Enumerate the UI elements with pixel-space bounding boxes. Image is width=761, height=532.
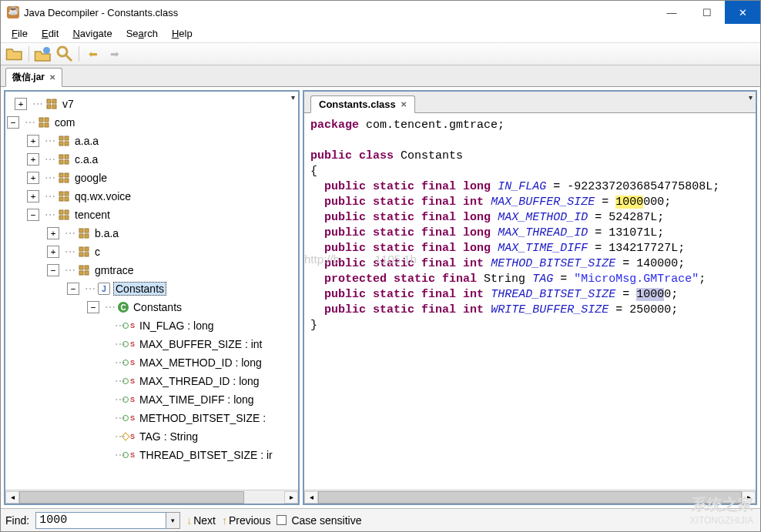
tree-node-google[interactable]: + ⋯ google: [7, 169, 297, 187]
titlebar: Java Decompiler - Constants.class — ☐ ✕: [1, 1, 760, 24]
editor-hscrollbar[interactable]: ◂ ▸: [304, 490, 756, 504]
next-label: Next: [193, 514, 216, 527]
open-type-icon[interactable]: [34, 45, 52, 63]
expand-icon[interactable]: +: [27, 153, 39, 166]
tree-label: METHOD_BITSET_SIZE :: [138, 412, 267, 424]
svg-rect-27: [59, 210, 63, 214]
package-icon: [38, 116, 50, 129]
panel-menu-icon[interactable]: ▾: [749, 93, 753, 102]
find-previous-button[interactable]: ↑ Previous: [222, 514, 270, 527]
tree-node-c[interactable]: + ⋯ c: [7, 243, 297, 261]
collapse-icon[interactable]: −: [87, 301, 99, 313]
menu-search[interactable]: Search: [120, 26, 164, 41]
tree-node-qqwxvoice[interactable]: + ⋯ qq.wx.voice: [7, 187, 297, 206]
tree-field-max-buffer[interactable]: ⋯ S MAX_BUFFER_SIZE : int: [7, 335, 297, 353]
static-final-badge: S: [130, 322, 135, 330]
tree-node-baa[interactable]: + ⋯ b.a.a: [7, 224, 297, 243]
app-icon: [7, 6, 19, 18]
close-icon[interactable]: ✕: [49, 73, 55, 82]
menu-navigate[interactable]: Navigate: [66, 26, 118, 41]
close-button[interactable]: ✕: [725, 1, 760, 24]
tree-label: MAX_BUFFER_SIZE : int: [138, 338, 263, 350]
tree-field-thread-bitset[interactable]: ⋯ S THREAD_BITSET_SIZE : ir: [7, 446, 297, 464]
expand-icon[interactable]: +: [27, 135, 39, 147]
close-icon[interactable]: ✕: [401, 100, 407, 109]
tree-node-constants-class[interactable]: − ⋯ C Constants: [7, 298, 297, 316]
tree-node-tencent[interactable]: − ⋯ tencent: [7, 206, 297, 224]
expand-icon[interactable]: +: [27, 172, 39, 184]
tree-node-aaa[interactable]: + ⋯ a.a.a: [7, 132, 297, 150]
tree-node-v7[interactable]: + ⋯ v7: [7, 95, 297, 113]
expand-icon[interactable]: +: [15, 98, 27, 110]
tree-view[interactable]: + ⋯ v7 − ⋯ com + ⋯ a.a.a + ⋯: [5, 92, 298, 490]
svg-rect-35: [79, 247, 83, 251]
expand-icon[interactable]: +: [47, 227, 59, 239]
collapse-icon[interactable]: −: [27, 209, 39, 221]
svg-rect-3: [47, 99, 51, 103]
tree-node-com[interactable]: − ⋯ com: [7, 113, 297, 132]
field-icon: [122, 323, 129, 329]
open-file-icon[interactable]: [5, 45, 24, 63]
svg-rect-30: [65, 216, 69, 219]
menu-help[interactable]: Help: [166, 26, 199, 41]
tree-field-in-flag[interactable]: ⋯ S IN_FLAG : long: [7, 316, 297, 335]
editor-tab-label: Constants.class: [319, 99, 396, 110]
menu-edit[interactable]: Edit: [35, 26, 65, 41]
tree-field-max-time[interactable]: ⋯ S MAX_TIME_DIFF : long: [7, 390, 297, 409]
case-sensitive-checkbox[interactable]: Case sensitive: [277, 514, 361, 527]
find-input[interactable]: [35, 512, 166, 529]
panel-menu-icon[interactable]: ▾: [291, 93, 295, 102]
static-final-badge: S: [130, 414, 135, 422]
svg-rect-8: [45, 118, 49, 122]
tree-field-tag[interactable]: ⋯ S TAG : String: [7, 427, 297, 446]
collapse-icon[interactable]: −: [47, 264, 59, 276]
scroll-left-icon[interactable]: ◂: [304, 491, 318, 504]
expand-icon[interactable]: +: [27, 190, 39, 202]
tree-hscrollbar[interactable]: ◂ ▸: [5, 490, 298, 504]
svg-rect-39: [79, 266, 83, 269]
arrow-up-icon: ↑: [222, 514, 227, 527]
field-icon: [122, 360, 129, 366]
package-icon: [78, 246, 90, 258]
back-icon[interactable]: ⬅: [84, 45, 102, 63]
editor-tabbar: Constants.class ✕: [304, 92, 756, 113]
tree-label: MAX_TIME_DIFF : long: [138, 393, 256, 406]
tree-field-max-thread[interactable]: ⋯ S MAX_THREAD_ID : long: [7, 372, 297, 390]
chevron-down-icon[interactable]: ▾: [166, 512, 180, 529]
package-icon: [58, 209, 70, 221]
tree-field-method-bitset[interactable]: ⋯ S METHOD_BITSET_SIZE :: [7, 409, 297, 427]
tree-label: c: [93, 246, 102, 258]
tree-node-constants-file[interactable]: − ⋯ J Constants: [7, 279, 297, 298]
expand-icon[interactable]: +: [47, 246, 59, 258]
tree-node-caa[interactable]: + ⋯ c.a.a: [7, 150, 297, 169]
tree-field-max-method[interactable]: ⋯ S MAX_METHOD_ID : long: [7, 353, 297, 372]
menu-file[interactable]: File: [5, 26, 34, 41]
scroll-right-icon[interactable]: ▸: [284, 491, 298, 504]
svg-rect-32: [85, 229, 89, 233]
tree-label: b.a.a: [93, 227, 120, 239]
tree-node-gmtrace[interactable]: − ⋯ gmtrace: [7, 261, 297, 279]
search-icon[interactable]: [55, 45, 74, 63]
svg-rect-40: [85, 266, 89, 269]
svg-rect-22: [65, 179, 69, 182]
static-final-badge: S: [130, 451, 135, 459]
code-editor[interactable]: package com.tencent.gmtrace; public clas…: [304, 113, 756, 490]
svg-rect-24: [65, 192, 69, 196]
collapse-icon[interactable]: −: [7, 116, 19, 129]
scroll-left-icon[interactable]: ◂: [5, 491, 19, 504]
editor-tab[interactable]: Constants.class ✕: [310, 95, 415, 113]
tree-label: a.a.a: [73, 135, 100, 147]
tree-label: MAX_THREAD_ID : long: [138, 375, 261, 387]
project-tab[interactable]: 微信.jar ✕: [5, 68, 62, 87]
svg-rect-28: [65, 210, 69, 214]
forward-icon[interactable]: ➡: [106, 45, 124, 63]
find-next-button[interactable]: ↓ Next: [186, 514, 216, 527]
package-icon: [58, 190, 70, 202]
tree-label: Constants: [132, 301, 183, 313]
maximize-button[interactable]: ☐: [689, 1, 725, 24]
scroll-right-icon[interactable]: ▸: [742, 491, 756, 504]
static-final-badge: S: [130, 433, 135, 440]
collapse-icon[interactable]: −: [67, 283, 79, 295]
minimize-button[interactable]: —: [654, 1, 689, 24]
svg-rect-33: [79, 234, 83, 238]
